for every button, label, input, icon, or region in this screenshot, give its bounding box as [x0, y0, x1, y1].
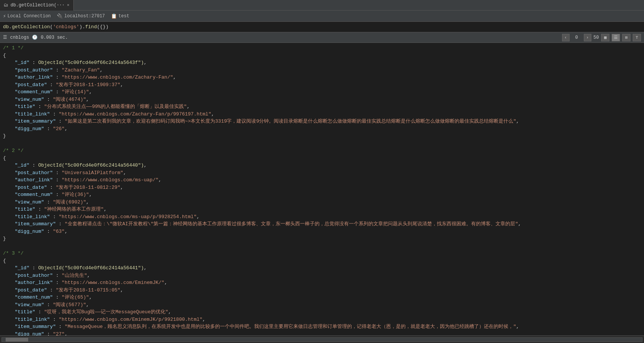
- host-label: localhost:27017: [64, 14, 105, 19]
- next-page-button[interactable]: ›: [584, 34, 591, 41]
- query-text: db.getCollection('cnblogs').find({}): [3, 24, 109, 30]
- current-page: 0: [571, 35, 582, 40]
- bottom-scrollbar[interactable]: [0, 335, 644, 343]
- query-time: 0.003 sec.: [41, 35, 68, 40]
- tab-bar: 🗂 db.getCollection(··· ×: [0, 0, 644, 11]
- grid-view-button[interactable]: ▦: [601, 34, 609, 41]
- horizontal-scrollbar-thumb[interactable]: [6, 338, 28, 341]
- results-bar: ☰ cnblogs 🕐 0.003 sec. ‹ 0 › 50 ▦ ☰ ⊞ T: [0, 32, 644, 43]
- page-size: 50: [594, 35, 599, 40]
- tree-view-button[interactable]: ⊞: [622, 34, 630, 41]
- prev-page-button[interactable]: ‹: [562, 34, 570, 41]
- connection-bar: ⚡ Local Connection 🔌 localhost:27017 📋 t…: [0, 11, 644, 22]
- pagination: ‹ 0 ›: [562, 34, 591, 41]
- tab-db-icon: 🗂: [4, 2, 8, 8]
- connection-icon: ⚡: [3, 13, 6, 19]
- host-icon: 🔌: [57, 13, 63, 19]
- db-icon: 📋: [111, 13, 117, 19]
- collection-icon: ☰: [3, 35, 7, 40]
- host-connection: 🔌 localhost:27017: [57, 13, 105, 19]
- local-connection: ⚡ Local Connection: [3, 13, 51, 19]
- results-content[interactable]: /* 1 */ { "_id" : ObjectId("5c00fcd4e0f6…: [0, 43, 644, 335]
- query-bar: db.getCollection('cnblogs').find({}): [0, 22, 644, 32]
- text-view-button[interactable]: T: [633, 34, 641, 41]
- horizontal-scrollbar-track[interactable]: [2, 337, 642, 342]
- collection-name: cnblogs: [10, 35, 29, 40]
- clock-icon: 🕐: [32, 35, 38, 40]
- db-connection: 📋 test: [111, 13, 129, 19]
- tab-label: db.getCollection(···: [11, 3, 65, 8]
- active-tab[interactable]: 🗂 db.getCollection(··· ×: [0, 0, 74, 11]
- pagination-controls: ‹ 0 › 50 ▦ ☰ ⊞ T: [562, 34, 641, 41]
- results-pre: /* 1 */ { "_id" : ObjectId("5c00fcd4e0f6…: [0, 44, 644, 335]
- list-view-button[interactable]: ☰: [612, 34, 620, 41]
- tab-close-button[interactable]: ×: [67, 3, 70, 8]
- results-info: ☰ cnblogs 🕐 0.003 sec.: [3, 35, 558, 40]
- db-label: test: [118, 14, 129, 19]
- local-connection-label: Local Connection: [8, 14, 51, 19]
